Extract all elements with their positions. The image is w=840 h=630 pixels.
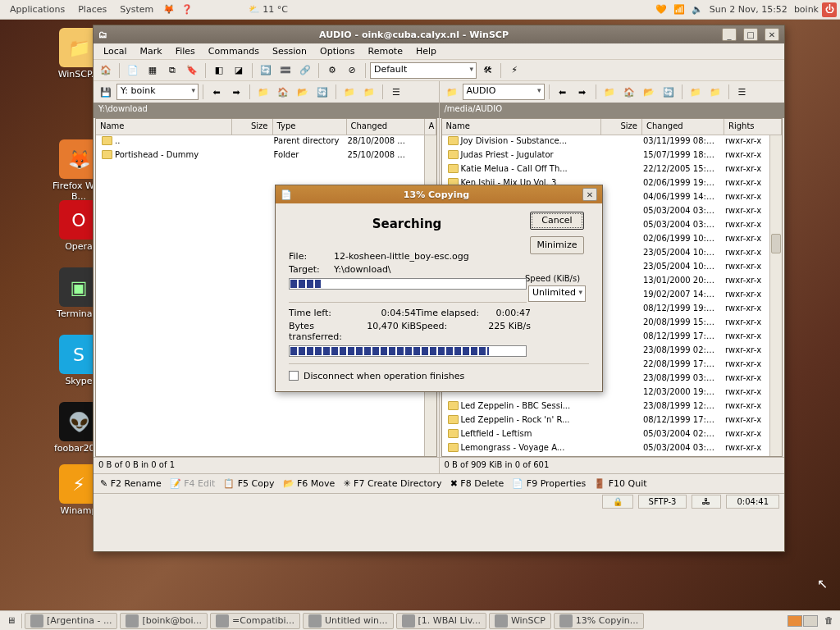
dialog-close-button[interactable]: ✕ <box>582 188 597 201</box>
table-row[interactable]: Joy Division - Substance...03/11/1999 08… <box>442 135 783 149</box>
speed-combo[interactable]: Unlimited <box>528 285 586 302</box>
rup-icon[interactable]: 📁 <box>600 83 619 101</box>
winscp-titlebar[interactable]: 🗂 AUDIO - oink@cuba.calyx.nl - WinSCP _ … <box>94 25 784 43</box>
f8-delete[interactable]: ✖ F8 Delete <box>450 478 504 489</box>
f10-quit[interactable]: 🚪 F10 Quit <box>594 478 646 489</box>
menu-help[interactable]: Help <box>409 43 443 59</box>
sync-icon[interactable]: 🔄 <box>257 62 275 80</box>
table-row[interactable]: Katie Melua - Call Off Th...22/12/2005 1… <box>442 163 783 177</box>
taskbar-button[interactable]: WinSCP <box>489 613 551 629</box>
disconnect-checkbox-row[interactable]: Disconnect when operation finishes <box>289 371 589 381</box>
disconnect-label: Disconnect when operation finishes <box>304 371 464 381</box>
transfer-icon[interactable]: ⚡ <box>505 62 523 80</box>
update-icon[interactable]: 🧡 <box>652 4 670 15</box>
f5-copy[interactable]: 📋 F5 Copy <box>223 478 274 489</box>
rgo-icon[interactable]: 📁 <box>687 83 705 101</box>
disconnect-checkbox[interactable] <box>289 371 299 381</box>
rtree-icon[interactable]: ☰ <box>733 83 751 101</box>
table-row[interactable]: Judas Priest - Jugulator15/07/1999 18:5.… <box>442 149 783 163</box>
trash-icon[interactable]: 🗑 <box>821 615 837 626</box>
menu-commands[interactable]: Commands <box>202 43 266 59</box>
rfwd-icon[interactable]: ➡ <box>573 83 591 101</box>
taskbar-button[interactable]: [Argentina - ... <box>25 613 117 629</box>
d2-icon[interactable]: ◪ <box>230 62 248 80</box>
taskbar-button[interactable]: 13% Copyin... <box>554 613 644 629</box>
close-button[interactable]: ✕ <box>765 28 779 41</box>
menu-mark[interactable]: Mark <box>134 43 169 59</box>
rback-icon[interactable]: ⬅ <box>554 83 572 101</box>
local-drive-combo[interactable]: Y: boink <box>116 84 199 100</box>
menu-remote[interactable]: Remote <box>362 43 409 59</box>
volume-icon[interactable]: 🔈 <box>688 4 706 15</box>
minimize-button[interactable]: Minimize <box>530 236 584 254</box>
workspace-switcher[interactable] <box>784 615 821 627</box>
menu-local[interactable]: Local <box>97 43 134 59</box>
weather-applet[interactable]: ⛅ 11 °C <box>245 4 291 15</box>
menu-places[interactable]: Places <box>71 2 113 16</box>
menu-session[interactable]: Session <box>266 43 313 59</box>
back-icon[interactable]: ⬅ <box>208 83 226 101</box>
rrefresh-icon[interactable]: 🔄 <box>660 83 678 101</box>
firefox-launcher-icon[interactable]: 🦊 <box>160 4 178 15</box>
f2-rename[interactable]: ✎ F2 Rename <box>100 478 162 489</box>
go-icon[interactable]: 📁 <box>340 83 358 101</box>
root-icon[interactable]: 📂 <box>294 83 312 101</box>
menu-applications[interactable]: Applications <box>3 2 71 16</box>
link-icon[interactable]: 🔗 <box>296 62 314 80</box>
menu-options[interactable]: Options <box>313 43 361 59</box>
up-icon[interactable]: 📁 <box>254 83 272 101</box>
tree-icon[interactable]: ⧉ <box>163 62 181 80</box>
clock[interactable]: Sun 2 Nov, 15:52 <box>706 4 791 15</box>
d1-icon[interactable]: ◧ <box>210 62 228 80</box>
remote-scrollbar[interactable] <box>769 135 782 456</box>
user-switcher[interactable]: boink <box>791 4 822 15</box>
favs-icon[interactable]: 📁 <box>360 83 378 101</box>
table-row[interactable]: Leftfield - Leftism05/03/2004 02:0...rwx… <box>442 428 783 442</box>
layout-icon[interactable]: ▦ <box>144 62 162 80</box>
prefs-icon[interactable]: 🛠 <box>478 62 496 80</box>
menu-system[interactable]: System <box>113 2 160 16</box>
f6-move[interactable]: 📂 F6 Move <box>283 478 336 489</box>
remote-columns[interactable]: NameSizeChangedRights <box>442 119 783 135</box>
taskbar-button[interactable]: =Compatibi... <box>210 613 300 629</box>
f9-props[interactable]: 📄 F9 Properties <box>512 478 586 489</box>
refresh-icon[interactable]: 🔄 <box>313 83 331 101</box>
home-icon[interactable]: 🏠 <box>274 83 292 101</box>
gear-icon[interactable]: ⚙ <box>323 62 341 80</box>
f7-mkdir[interactable]: ✳ F7 Create Directory <box>343 478 441 489</box>
rfavs-icon[interactable]: 📁 <box>706 83 724 101</box>
session-combo[interactable]: Default <box>370 62 477 79</box>
minimize-button[interactable]: _ <box>722 28 737 41</box>
table-row[interactable]: Lemongrass - Voyage A...05/03/2004 03:2.… <box>442 442 783 456</box>
remote-drive-combo[interactable]: AUDIO <box>463 84 545 100</box>
menu-files[interactable]: Files <box>169 43 202 59</box>
tree-toggle-icon[interactable]: ☰ <box>387 83 405 101</box>
rhome-icon[interactable]: 🏠 <box>620 83 638 101</box>
remote-drive-icon[interactable]: 📁 <box>443 83 461 101</box>
dialog-titlebar[interactable]: 📄 13% Copying ✕ <box>276 185 602 203</box>
network-icon[interactable]: 📶 <box>670 4 688 15</box>
fwd-icon[interactable]: ➡ <box>227 83 245 101</box>
taskbar-button[interactable]: [boink@boi... <box>120 613 208 629</box>
taskbar-button[interactable]: Untitled win... <box>303 613 394 629</box>
local-columns[interactable]: NameSizeTypeChangedA <box>96 119 436 135</box>
address-icon[interactable]: 🏠 <box>97 62 115 80</box>
f4-edit[interactable]: 📝 F4 Edit <box>170 478 216 489</box>
local-status: 0 B of 0 B in 0 of 1 <box>94 457 439 473</box>
bookmark-icon[interactable]: 🔖 <box>183 62 201 80</box>
power-icon[interactable]: ⏻ <box>822 2 837 17</box>
taskbar-button[interactable]: [1. WBAI Liv... <box>396 613 486 629</box>
local-drive-icon[interactable]: 💾 <box>97 83 115 101</box>
compare-icon[interactable]: 🟰 <box>276 62 294 80</box>
maximize-button[interactable]: □ <box>743 28 758 41</box>
table-row[interactable]: Led Zeppelin - Rock 'n' R...08/12/1999 1… <box>442 414 783 428</box>
stop-icon[interactable]: ⊘ <box>343 62 361 80</box>
new-session-icon[interactable]: 📄 <box>124 62 142 80</box>
show-desktop-icon[interactable]: 🖥 <box>3 615 19 626</box>
rroot-icon[interactable]: 📂 <box>640 83 658 101</box>
help-launcher-icon[interactable]: ❓ <box>178 4 196 15</box>
table-row[interactable]: ..Parent directory28/10/2008 ... <box>96 135 436 149</box>
table-row[interactable]: Portishead - DummyFolder25/10/2008 ... <box>96 149 436 163</box>
cancel-button[interactable]: Cancel <box>530 212 584 230</box>
table-row[interactable]: Led Zeppelin - BBC Sessi...23/08/1999 12… <box>442 400 783 414</box>
